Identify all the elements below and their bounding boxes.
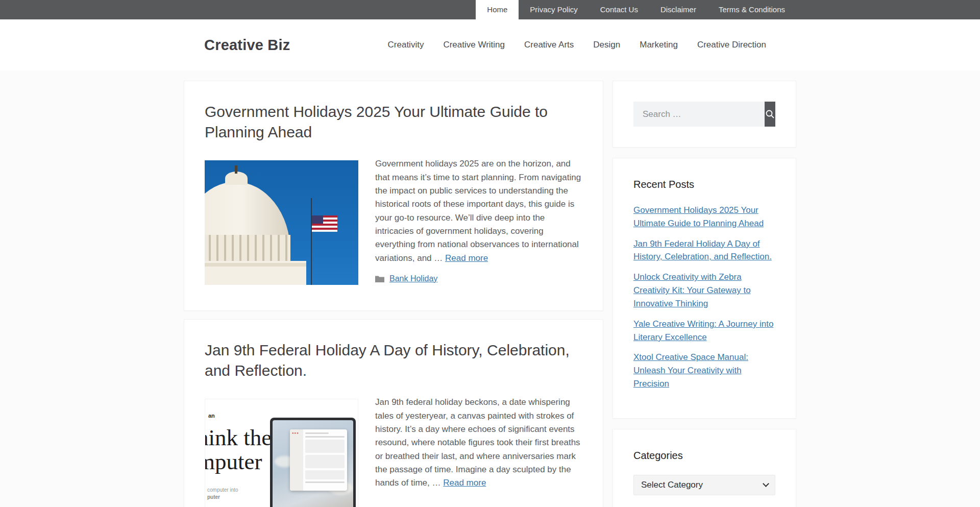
- flag-pole-shape: [311, 198, 312, 285]
- read-more-link[interactable]: Read more: [445, 253, 488, 263]
- monitor-shape: ●●●: [270, 418, 356, 507]
- recent-posts-heading: Recent Posts: [633, 179, 775, 190]
- nav-item-marketing[interactable]: Marketing: [630, 19, 688, 70]
- folder-icon: [375, 275, 384, 282]
- us-flag-canton-shape: [312, 215, 323, 224]
- featured-image-capitol-flag[interactable]: [205, 160, 358, 285]
- list-item: Jan 9th Federal Holiday A Day of History…: [633, 237, 775, 264]
- sidebar: Recent Posts Government Holidays 2025 Yo…: [612, 81, 796, 507]
- secondary-nav-bar: Home Privacy Policy Contact Us Disclaime…: [0, 0, 980, 19]
- category-select[interactable]: Select Category: [633, 475, 775, 495]
- search-widget: [612, 81, 796, 148]
- search-form: [633, 102, 775, 127]
- recent-posts-list: Government Holidays 2025 Your Ultimate G…: [633, 204, 775, 391]
- category-link[interactable]: Bank Holiday: [389, 274, 437, 283]
- magazine-kicker-text: an: [208, 413, 215, 419]
- categories-heading: Categories: [633, 450, 775, 462]
- recent-post-link[interactable]: Xtool Creative Space Manual: Unleash You…: [633, 352, 748, 389]
- capitol-cornice-shape: [205, 267, 306, 285]
- categories-widget: Categories Select Category: [612, 429, 796, 507]
- nav-item-design[interactable]: Design: [583, 19, 630, 70]
- search-input[interactable]: [633, 102, 765, 127]
- site-header: Creative Biz Creativity Creative Writing…: [0, 19, 980, 70]
- main-column: Government Holidays 2025 Your Ultimate G…: [184, 81, 603, 507]
- post-excerpt-text: Government holidays 2025 are on the hori…: [375, 159, 581, 262]
- window-dots-shape: ●●●: [292, 431, 299, 434]
- recent-post-link[interactable]: Government Holidays 2025 Your Ultimate G…: [633, 205, 764, 228]
- list-item: Government Holidays 2025 Your Ultimate G…: [633, 204, 775, 230]
- post-meta: Bank Holiday: [375, 274, 582, 283]
- post-title-link[interactable]: Jan 9th Federal Holiday A Day of History…: [205, 340, 582, 380]
- monitor-screen-shape: ●●●: [273, 420, 353, 507]
- topbar-item-disclaimer[interactable]: Disclaimer: [649, 0, 707, 19]
- search-button[interactable]: [765, 102, 775, 127]
- post-title-link[interactable]: Government Holidays 2025 Your Ultimate G…: [205, 102, 582, 142]
- topbar-item-home[interactable]: Home: [476, 0, 519, 19]
- category-select-wrapper: Select Category: [633, 475, 775, 495]
- featured-image-computer-article[interactable]: an hink the mputer computer into puter ●…: [205, 399, 358, 507]
- chat-sidebar-shape: ●●●: [290, 429, 303, 491]
- nav-item-creativity[interactable]: Creativity: [378, 19, 434, 70]
- topbar-container: Home Privacy Policy Contact Us Disclaime…: [184, 0, 796, 19]
- list-item: Xtool Creative Space Manual: Unleash You…: [633, 351, 775, 390]
- list-item: Yale Creative Writing: A Journey into Li…: [633, 318, 775, 344]
- primary-nav: Creativity Creative Writing Creative Art…: [378, 19, 776, 70]
- topbar-item-contact-us[interactable]: Contact Us: [589, 0, 649, 19]
- recent-post-link[interactable]: Yale Creative Writing: A Journey into Li…: [633, 319, 773, 342]
- search-icon: [765, 109, 775, 119]
- nav-item-creative-writing[interactable]: Creative Writing: [433, 19, 514, 70]
- recent-post-link[interactable]: Unlock Creativity with Zebra Creativity …: [633, 272, 751, 308]
- magazine-headline-text: hink the mputer: [205, 426, 272, 474]
- magazine-caption2-text: puter: [207, 494, 220, 500]
- recent-posts-widget: Recent Posts Government Holidays 2025 Yo…: [612, 158, 796, 419]
- capitol-statue-shape: [235, 165, 237, 174]
- nav-item-creative-direction[interactable]: Creative Direction: [688, 19, 776, 70]
- post-excerpt-text: Jan 9th federal holiday beckons, a date …: [375, 397, 580, 488]
- header-container: Creative Biz Creativity Creative Writing…: [184, 19, 796, 70]
- recent-post-link[interactable]: Jan 9th Federal Holiday A Day of History…: [633, 239, 772, 262]
- read-more-link[interactable]: Read more: [443, 478, 486, 488]
- post-card-government-holidays: Government Holidays 2025 Your Ultimate G…: [184, 81, 603, 311]
- us-flag-shape: [312, 215, 337, 232]
- site-title[interactable]: Creative Biz: [204, 37, 290, 54]
- list-item: Unlock Creativity with Zebra Creativity …: [633, 271, 775, 310]
- post-card-jan-9th-holiday: Jan 9th Federal Holiday A Day of History…: [184, 319, 603, 507]
- topbar-item-privacy-policy[interactable]: Privacy Policy: [519, 0, 589, 19]
- capitol-colonnade-shape: [205, 235, 290, 268]
- magazine-caption-text: computer into: [207, 487, 238, 493]
- nav-item-creative-arts[interactable]: Creative Arts: [514, 19, 583, 70]
- chat-window-shape: ●●●: [290, 429, 347, 491]
- content-area: Government Holidays 2025 Your Ultimate G…: [184, 81, 796, 507]
- topbar-item-terms[interactable]: Terms & Conditions: [707, 0, 796, 19]
